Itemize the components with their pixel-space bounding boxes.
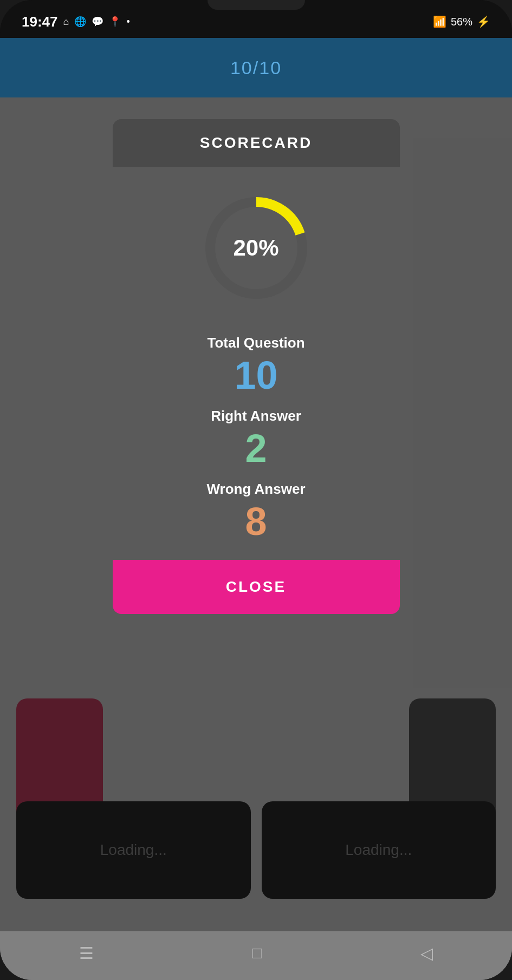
- app-icon-2: 💬: [92, 16, 103, 28]
- total-question-value: 10: [234, 354, 277, 397]
- signal-icon: 📶: [433, 15, 446, 28]
- nav-home-icon[interactable]: □: [252, 944, 262, 962]
- app-header: 10/10: [0, 38, 512, 97]
- nav-menu-icon[interactable]: ☰: [79, 944, 94, 963]
- nav-back-icon[interactable]: ◁: [420, 944, 433, 963]
- scorecard-modal: SCORECARD 20%: [113, 119, 400, 614]
- app-container: 10/10 Loading... Loading...: [0, 38, 512, 980]
- battery-text: 56%: [451, 16, 472, 28]
- dot-icon: •: [126, 16, 129, 28]
- chart-container: 20%: [197, 188, 316, 308]
- scorecard-header: SCORECARD: [113, 119, 400, 167]
- chart-percentage: 20%: [233, 235, 278, 261]
- right-answer-value: 2: [245, 427, 267, 470]
- status-left: 19:47 ⌂ 🌐 💬 📍 •: [22, 14, 130, 30]
- close-button-text: CLOSE: [226, 578, 286, 595]
- status-time: 19:47: [22, 14, 58, 30]
- header-title: 10/10: [230, 57, 282, 79]
- status-icons-right: 📶 56% ⚡: [433, 15, 490, 28]
- app-icon-1: 🌐: [74, 16, 86, 28]
- nav-bar: ☰ □ ◁: [0, 931, 512, 980]
- modal-overlay: SCORECARD 20%: [0, 97, 512, 931]
- total-question-label: Total Question: [207, 335, 304, 351]
- charging-icon: ⚡: [477, 15, 490, 28]
- phone-frame: 19:47 ⌂ 🌐 💬 📍 • 📶 56% ⚡ 10/10 Load: [0, 0, 512, 980]
- wrong-answer-value: 8: [245, 500, 267, 543]
- background-content: Loading... Loading... SCORECARD: [0, 97, 512, 931]
- close-button[interactable]: CLOSE: [113, 560, 400, 614]
- location-icon: 📍: [109, 16, 121, 28]
- scorecard-title: SCORECARD: [200, 134, 312, 151]
- right-answer-label: Right Answer: [211, 408, 301, 424]
- home-icon: ⌂: [63, 16, 69, 28]
- phone-notch: [208, 0, 305, 10]
- wrong-answer-label: Wrong Answer: [206, 481, 305, 498]
- stats-section: Total Question 10 Right Answer 2 Wrong A…: [113, 318, 400, 544]
